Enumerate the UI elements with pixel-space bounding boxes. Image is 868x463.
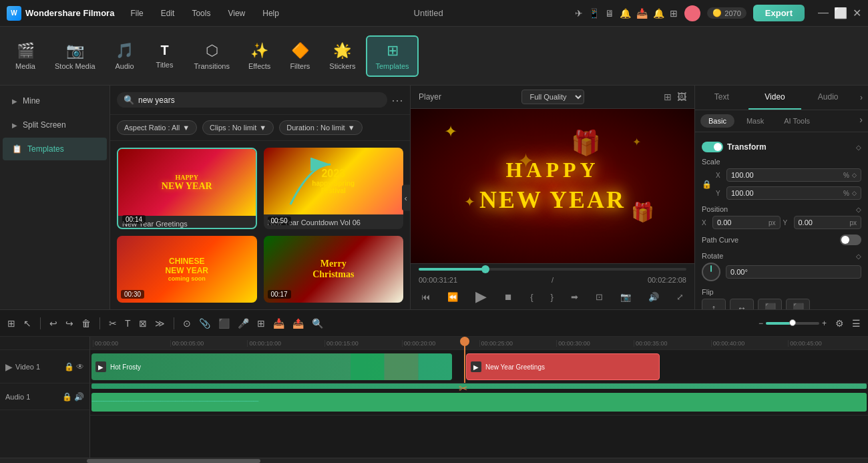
- export-button[interactable]: Export: [753, 5, 805, 21]
- audio-record-icon[interactable]: 🎤: [236, 316, 251, 331]
- undo-icon[interactable]: ↩: [47, 316, 59, 331]
- progress-bar[interactable]: [419, 268, 686, 271]
- template-card-xmas[interactable]: MerryChristmas 00:17: [264, 236, 404, 303]
- clip-new-year[interactable]: New Year Greetings 3 items to be replace…: [466, 353, 660, 380]
- volume-icon[interactable]: 🔊: [648, 292, 659, 302]
- fit-icon[interactable]: ⊡: [596, 292, 603, 302]
- menu-view[interactable]: View: [225, 7, 248, 19]
- tool-audio[interactable]: 🎵 Audio: [106, 37, 144, 75]
- download-icon[interactable]: 📥: [636, 8, 648, 19]
- tool-templates[interactable]: ⊞ Templates: [366, 35, 418, 77]
- path-curve-toggle[interactable]: [840, 235, 861, 245]
- audio-lock-icon[interactable]: 🔒: [62, 392, 72, 402]
- subtabs-more-icon[interactable]: ›: [859, 114, 863, 128]
- import-media-icon[interactable]: 📥: [271, 316, 286, 331]
- rotate-keyframe-icon[interactable]: ◇: [856, 253, 861, 260]
- transform-keyframe-icon[interactable]: ◇: [856, 144, 861, 151]
- menu-edit[interactable]: Edit: [158, 7, 178, 19]
- tl-settings-icon[interactable]: ⚙: [833, 316, 846, 331]
- flip-vertical-button[interactable]: ↕: [702, 299, 726, 309]
- timeline-scrollbar[interactable]: [0, 458, 868, 463]
- tool-titles[interactable]: T Titles: [146, 37, 184, 74]
- tool-stickers[interactable]: 🌟 Stickers: [321, 37, 363, 75]
- minimize-icon[interactable]: 🖥: [605, 8, 614, 19]
- aspect-ratio-filter[interactable]: Aspect Ratio : All ▼: [117, 120, 197, 135]
- fullscreen-icon[interactable]: ⤢: [676, 292, 684, 302]
- zoom-minus-icon[interactable]: −: [758, 319, 763, 328]
- image-view-icon[interactable]: 🖼: [677, 92, 686, 102]
- flip-horizontal-button[interactable]: ↔: [730, 299, 754, 309]
- mark-out-icon[interactable]: }: [551, 292, 554, 302]
- tab-video[interactable]: Video: [748, 86, 802, 110]
- position-x-input[interactable]: 0.00 px: [712, 216, 781, 229]
- clip-hot-frosty[interactable]: ▶ Hot Frosty: [91, 353, 452, 380]
- timeline-scrollbar-thumb[interactable]: [87, 459, 260, 463]
- tab-text[interactable]: Text: [695, 86, 748, 110]
- add-to-timeline-icon[interactable]: ➡: [571, 292, 578, 302]
- export-media-icon[interactable]: 📤: [290, 316, 306, 331]
- clips-filter[interactable]: Clips : No limit ▼: [202, 120, 274, 135]
- scale-lock-icon[interactable]: 🔒: [702, 180, 712, 189]
- video-lock-icon[interactable]: 🔒: [64, 362, 74, 371]
- quality-select[interactable]: Full Quality: [521, 90, 584, 104]
- send-icon[interactable]: ✈: [575, 8, 583, 19]
- tabs-more-icon[interactable]: ›: [855, 86, 868, 110]
- template-card-ny-countdown[interactable]: 2023 happy Spring Festival 00:50 New Yea…: [264, 148, 404, 229]
- maximize-window-icon[interactable]: ⬜: [834, 7, 847, 19]
- sidebar-item-mine[interactable]: ▶ Mine: [3, 90, 107, 112]
- position-y-input[interactable]: 0.00 px: [794, 216, 862, 229]
- user-avatar[interactable]: [684, 5, 700, 21]
- timeline-select-icon[interactable]: ↖: [21, 316, 33, 331]
- grid-icon[interactable]: ⊞: [670, 8, 678, 19]
- phone-icon[interactable]: 📱: [588, 8, 600, 19]
- rotate-value-input[interactable]: 0.00°: [726, 265, 861, 279]
- delete-icon[interactable]: 🗑: [79, 316, 93, 331]
- zoom-plus-icon[interactable]: +: [822, 319, 827, 328]
- more-tools-icon[interactable]: ≫: [153, 316, 167, 331]
- tool-media[interactable]: 🎬 Media: [7, 37, 44, 75]
- subtab-ai-tools[interactable]: AI Tools: [776, 114, 818, 128]
- snapshot-icon[interactable]: 📷: [620, 292, 631, 302]
- bell-icon[interactable]: 🔔: [620, 8, 631, 19]
- cut-icon[interactable]: ✂: [107, 316, 119, 331]
- menu-tools[interactable]: Tools: [189, 7, 213, 19]
- tl-layout-icon[interactable]: ☰: [850, 316, 863, 331]
- go-start-icon[interactable]: ⏮: [421, 292, 430, 302]
- close-window-icon[interactable]: ✕: [853, 7, 861, 19]
- step-back-icon[interactable]: ⏪: [447, 292, 458, 302]
- zoom-out-icon[interactable]: 🔍: [310, 316, 325, 331]
- mark-in-icon[interactable]: {: [530, 292, 533, 302]
- sidebar-item-templates[interactable]: 📋 Templates: [3, 138, 107, 160]
- tool-effects[interactable]: ✨ Effects: [240, 37, 278, 75]
- scale-x-diamond-icon[interactable]: ◇: [852, 172, 857, 178]
- tool-stock-media[interactable]: 📷 Stock Media: [47, 37, 103, 75]
- grid-view-icon[interactable]: ⊞: [664, 92, 672, 102]
- more-options-icon[interactable]: ⋯: [391, 93, 403, 108]
- menu-file[interactable]: File: [128, 7, 146, 19]
- marker-icon[interactable]: ⬛: [216, 316, 232, 331]
- tool-transitions[interactable]: ⬡ Transitions: [186, 37, 238, 75]
- scale-x-input[interactable]: 100.00 % ◇: [726, 168, 861, 182]
- rotate-circle[interactable]: [702, 263, 720, 281]
- tl-more-icon[interactable]: ⊞: [255, 316, 267, 331]
- collapse-panel-button[interactable]: ‹: [402, 184, 410, 210]
- playhead[interactable]: [464, 337, 465, 383]
- subtab-mask[interactable]: Mask: [738, 114, 772, 128]
- video-track-add-icon[interactable]: ▶: [5, 361, 13, 372]
- search-input[interactable]: [138, 96, 381, 105]
- notification-icon[interactable]: 🔔: [653, 8, 664, 19]
- transform-toggle[interactable]: [702, 142, 723, 152]
- redo-icon[interactable]: ↪: [63, 316, 75, 331]
- ripple-icon[interactable]: ⊙: [181, 316, 193, 331]
- audio-volume-icon[interactable]: 🔊: [74, 392, 84, 402]
- flip-option3-button[interactable]: ⬛: [758, 299, 782, 309]
- tab-audio[interactable]: Audio: [801, 86, 855, 110]
- sidebar-item-split-screen[interactable]: ▶ Split Screen: [3, 114, 107, 136]
- video-eye-icon[interactable]: 👁: [76, 362, 84, 371]
- minimize-window-icon[interactable]: —: [818, 7, 829, 19]
- zoom-bar[interactable]: [766, 322, 819, 325]
- menu-help[interactable]: Help: [260, 7, 282, 19]
- stop-icon[interactable]: ⏹: [504, 292, 513, 302]
- flip-option4-button[interactable]: ⬛: [786, 299, 810, 309]
- scale-y-input[interactable]: 100.00 % ◇: [726, 186, 861, 200]
